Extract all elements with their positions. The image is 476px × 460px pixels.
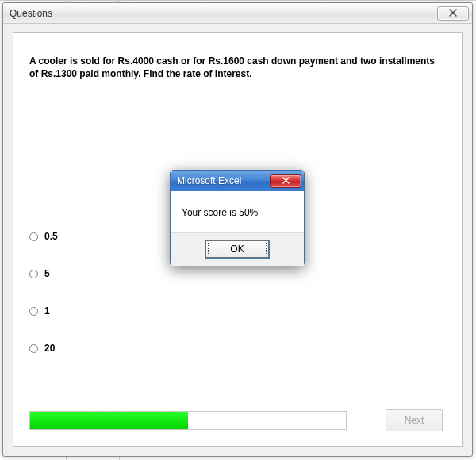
close-icon (448, 9, 458, 18)
option-0-radio[interactable] (29, 232, 38, 241)
option-3[interactable]: 20 (29, 343, 58, 354)
message-box: Microsoft Excel Your score is 50% OK (170, 170, 305, 266)
close-icon (282, 175, 290, 186)
message-box-title: Microsoft Excel (177, 175, 270, 186)
message-box-body: Your score is 50% (171, 191, 304, 232)
ok-button-label: OK (230, 243, 244, 255)
ok-button[interactable]: OK (205, 240, 269, 258)
option-2-radio[interactable] (29, 307, 38, 316)
message-box-close-button[interactable] (270, 174, 301, 188)
option-0-label: 0.5 (44, 231, 58, 242)
window-titlebar: Questions (3, 3, 472, 24)
window-close-button[interactable] (437, 6, 469, 21)
option-2-label: 1 (44, 305, 50, 316)
question-text: A cooler is sold for Rs.4000 cash or for… (29, 55, 438, 80)
option-1-label: 5 (44, 268, 50, 279)
next-button[interactable]: Next (386, 409, 443, 431)
option-1-radio[interactable] (29, 270, 38, 278)
option-3-label: 20 (44, 343, 55, 354)
option-0[interactable]: 0.5 (29, 231, 58, 242)
next-button-label: Next (405, 415, 424, 426)
option-3-radio[interactable] (29, 344, 38, 353)
progress-bar (29, 411, 347, 430)
option-1[interactable]: 5 (29, 268, 58, 279)
message-box-footer: OK (171, 232, 304, 266)
option-2[interactable]: 1 (29, 305, 58, 316)
window-title: Questions (10, 8, 437, 19)
message-box-titlebar: Microsoft Excel (171, 171, 304, 191)
progress-fill (30, 412, 188, 429)
options-group: 0.5 5 1 20 (29, 231, 58, 380)
